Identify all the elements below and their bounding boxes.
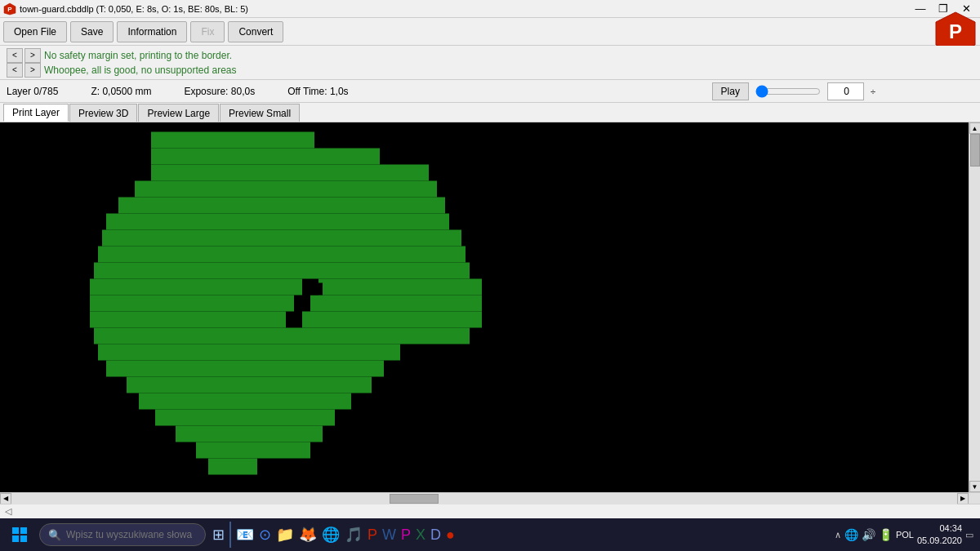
- system-tray: ∧ 🌐 🔊 🔋 POL 04:34 05.09.2020 ▭: [835, 522, 977, 548]
- clock-date: 05.09.2020: [917, 535, 962, 547]
- play-button[interactable]: Play: [712, 82, 749, 100]
- app-red-icon[interactable]: ●: [446, 527, 455, 544]
- search-icon: 🔍: [48, 529, 61, 541]
- svg-rect-28: [302, 283, 323, 295]
- pdf-icon[interactable]: P: [368, 527, 377, 544]
- fix-button[interactable]: Fix: [190, 21, 225, 42]
- svg-rect-18: [302, 312, 482, 328]
- prev-button-2[interactable]: <: [7, 63, 23, 78]
- show-desktop-button[interactable]: ▭: [965, 530, 973, 540]
- volume-icon[interactable]: 🔊: [862, 528, 875, 541]
- svg-rect-22: [127, 377, 372, 393]
- scroll-track-vertical[interactable]: [969, 134, 981, 481]
- canvas-inner: ▲ ▼: [0, 122, 980, 492]
- app-icon: P: [3, 2, 16, 16]
- app-p-icon[interactable]: P: [401, 527, 411, 544]
- title-bar: P town-guard.cbddlp (T: 0,050, E: 8s, O:…: [0, 0, 980, 18]
- print-canvas-svg: [0, 122, 969, 492]
- svg-rect-32: [20, 535, 27, 542]
- scroll-right-arrow[interactable]: ▶: [957, 493, 969, 504]
- start-button[interactable]: [3, 518, 36, 551]
- svg-rect-14: [318, 279, 482, 295]
- exposure-label: Exposure: 80,0s: [184, 86, 255, 97]
- svg-rect-5: [151, 149, 380, 165]
- title-bar-title: town-guard.cbddlp (T: 0,050, E: 8s, O: 1…: [20, 4, 248, 14]
- scroll-up-arrow[interactable]: ▲: [969, 122, 981, 134]
- title-bar-left: P town-guard.cbddlp (T: 0,050, E: 8s, O:…: [3, 2, 248, 16]
- tab-preview-3d[interactable]: Preview 3D: [69, 104, 137, 122]
- scroll-corner: [969, 493, 980, 504]
- svg-rect-19: [94, 328, 470, 344]
- app5-icon[interactable]: 🌐: [322, 526, 340, 544]
- discord-icon[interactable]: D: [430, 527, 441, 544]
- bottom-bar: ◁: [0, 504, 980, 518]
- next-button-2[interactable]: >: [24, 63, 41, 78]
- svg-rect-13: [90, 279, 302, 295]
- tabs-bar: Print Layer Preview 3D Preview Large Pre…: [0, 103, 980, 122]
- info-bar: < > No safety margin set, printing to th…: [0, 46, 980, 80]
- svg-text:P: P: [949, 20, 962, 42]
- taskbar-icons: ⊞ 📧 ⊙ 📁 🦊 🌐 🎵 P W P X D ●: [212, 522, 455, 548]
- svg-rect-31: [12, 535, 19, 542]
- play-section: Play ÷: [712, 82, 875, 100]
- next-button-1[interactable]: >: [24, 48, 41, 63]
- layer-bar: Layer 0/785 Z: 0,0500 mm Exposure: 80,0s…: [0, 80, 980, 103]
- scroll-left-arrow[interactable]: ◀: [0, 493, 11, 504]
- svg-rect-30: [20, 527, 27, 534]
- outlook-icon[interactable]: 📧: [236, 526, 254, 544]
- horizontal-scrollbar: ◀ ▶: [0, 492, 980, 504]
- files-icon[interactable]: 📁: [276, 526, 294, 544]
- scroll-track-horizontal[interactable]: [11, 493, 957, 504]
- search-input[interactable]: [66, 529, 197, 540]
- scroll-thumb-horizontal[interactable]: [390, 494, 439, 504]
- convert-button[interactable]: Convert: [228, 21, 283, 42]
- language-label: POL: [896, 530, 914, 540]
- search-bar[interactable]: 🔍: [39, 523, 206, 546]
- svg-rect-10: [102, 230, 461, 247]
- firefox-icon[interactable]: 🦊: [299, 526, 317, 544]
- svg-rect-23: [139, 393, 351, 410]
- toolbar: Open File Save Information Fix Convert P: [0, 18, 980, 46]
- svg-rect-9: [106, 214, 449, 230]
- svg-rect-7: [135, 181, 437, 198]
- clock-time: 04:34: [917, 522, 962, 535]
- svg-rect-6: [151, 165, 429, 181]
- tray-overflow-button[interactable]: ∧: [835, 530, 841, 540]
- svg-rect-21: [106, 361, 384, 377]
- chrome-icon[interactable]: ⊙: [259, 526, 271, 544]
- svg-text:P: P: [7, 6, 12, 13]
- vertical-scrollbar: ▲ ▼: [969, 122, 980, 492]
- information-button[interactable]: Information: [117, 21, 187, 42]
- scroll-thumb-vertical[interactable]: [970, 134, 980, 167]
- save-button[interactable]: Save: [70, 21, 114, 42]
- bottom-indicator: ◁: [5, 506, 11, 517]
- tab-print-layer[interactable]: Print Layer: [3, 104, 69, 122]
- tab-preview-small[interactable]: Preview Small: [220, 104, 300, 122]
- info-line-2: < > Whoopee, all is good, no unsupported…: [7, 63, 973, 78]
- battery-icon[interactable]: 🔋: [879, 528, 893, 541]
- info-text-1: No safety margin set, printing to the bo…: [44, 50, 232, 61]
- tab-preview-large[interactable]: Preview Large: [138, 104, 219, 122]
- windows-icon: [11, 527, 28, 543]
- layer-slider[interactable]: [755, 85, 821, 98]
- layer-spin-input[interactable]: [827, 82, 864, 100]
- nav-controls-1: < >: [7, 48, 41, 63]
- open-file-button[interactable]: Open File: [3, 21, 67, 42]
- svg-rect-4: [151, 132, 314, 149]
- minimize-button[interactable]: —: [910, 1, 931, 17]
- off-time-label: Off Time: 1,0s: [287, 86, 348, 97]
- clock[interactable]: 04:34 05.09.2020: [917, 522, 962, 548]
- svg-rect-12: [94, 263, 470, 279]
- scroll-down-arrow[interactable]: ▼: [969, 481, 981, 492]
- word-icon[interactable]: W: [382, 527, 396, 544]
- svg-rect-26: [196, 442, 310, 459]
- task-view-icon[interactable]: ⊞: [212, 526, 225, 544]
- prev-button-1[interactable]: <: [7, 48, 23, 63]
- excel-icon[interactable]: X: [416, 527, 425, 544]
- music-icon[interactable]: 🎵: [345, 526, 363, 544]
- svg-rect-25: [176, 426, 323, 442]
- svg-rect-11: [98, 247, 466, 263]
- taskbar-divider: [229, 522, 231, 548]
- network-icon[interactable]: 🌐: [844, 528, 858, 541]
- print-canvas-bg: [0, 122, 969, 492]
